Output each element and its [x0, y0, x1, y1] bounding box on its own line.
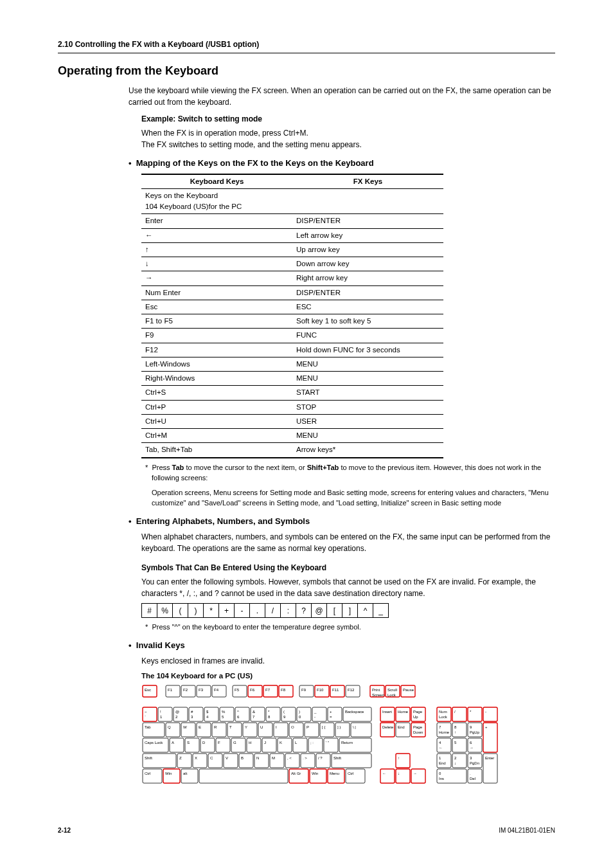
svg-text:F11: F11	[332, 688, 339, 692]
svg-text:8: 8	[268, 715, 271, 719]
svg-text:→: →	[413, 772, 417, 775]
svg-text:Ctrl: Ctrl	[348, 772, 353, 775]
svg-text:G: G	[233, 741, 236, 745]
svg-text:Num: Num	[439, 710, 447, 714]
symbol-cell: (	[173, 604, 188, 618]
svg-text:End: End	[439, 761, 446, 765]
svg-text:H: H	[249, 741, 251, 745]
svg-text:Page: Page	[413, 725, 423, 729]
svg-text:`: `	[145, 715, 146, 719]
symbol-cell: ?	[296, 604, 312, 618]
symbol-cell: _	[373, 604, 389, 618]
keymap-row0-left: Keys on the Keyboard104 Keyboard (US)for…	[141, 188, 292, 214]
keymap-left: F12	[141, 343, 292, 357]
svg-text:S: S	[187, 741, 190, 745]
invalid-heading: Invalid Keys	[129, 639, 555, 652]
symbol-cell: %	[157, 604, 173, 618]
svg-text:-: -	[314, 715, 315, 719]
svg-text:W: W	[183, 725, 187, 729]
svg-text:7: 7	[439, 725, 441, 729]
svg-text:Ins: Ins	[439, 777, 444, 781]
keymap-right: DISP/ENTER	[292, 214, 443, 228]
svg-text:←: ←	[439, 746, 443, 750]
svg-text:Tab: Tab	[145, 725, 151, 729]
svg-text:=: =	[330, 715, 332, 719]
svg-text:Enter: Enter	[485, 756, 494, 760]
svg-text:9: 9	[470, 725, 472, 729]
svg-text:Return: Return	[341, 741, 353, 745]
svg-text:V: V	[226, 756, 228, 760]
keymap-left: Ctrl+S	[141, 386, 292, 400]
svg-text:L: L	[295, 741, 298, 745]
svg-text:0: 0	[439, 772, 441, 775]
svg-text:@: @	[175, 710, 179, 714]
svg-text:F2: F2	[183, 688, 188, 692]
svg-text:5: 5	[222, 715, 224, 719]
svg-text:!: !	[160, 710, 161, 714]
svg-text:alt: alt	[183, 772, 188, 775]
svg-text:Up: Up	[413, 715, 418, 719]
svg-text:): )	[299, 710, 300, 714]
keymap-left: Enter	[141, 214, 292, 228]
svg-text:PgUp: PgUp	[470, 730, 480, 734]
svg-text:O: O	[291, 725, 294, 729]
svg-text:Caps Lock: Caps Lock	[145, 741, 163, 745]
svg-text:F12: F12	[348, 688, 355, 692]
keymap-right: DISP/ENTER	[292, 285, 443, 300]
svg-text:(: (	[283, 710, 285, 714]
entering-heading: Entering Alphabets, Numbers, and Symbols	[129, 515, 555, 528]
svg-text:4: 4	[439, 741, 441, 745]
svg-text:F7: F7	[265, 688, 271, 692]
svg-text:/  ?: / ?	[318, 756, 323, 760]
svg-text:Y: Y	[245, 725, 247, 729]
page-footer: 2-12 IM 04L21B01-01EN	[58, 826, 555, 835]
keymap-left: →	[141, 271, 292, 285]
svg-text:9: 9	[283, 715, 286, 719]
footnote1: * Press Tab to move the cursor to the ne…	[152, 462, 555, 484]
svg-text:Insert: Insert	[382, 710, 392, 714]
symbol-cell: -	[235, 604, 250, 618]
svg-text:]  }: ] }	[337, 725, 341, 729]
svg-text:[  {: [ {	[322, 725, 325, 729]
svg-text:%: %	[222, 710, 226, 714]
keymap-right: Soft key 1 to soft key 5	[292, 314, 443, 329]
svg-text:Menu: Menu	[330, 772, 339, 775]
keymap-right: MENU	[292, 372, 443, 386]
symbol-cell: *	[204, 604, 219, 618]
svg-text:Home: Home	[439, 730, 450, 734]
svg-text:Z: Z	[179, 756, 182, 760]
svg-text:↑: ↑	[398, 756, 400, 760]
svg-text:^: ^	[237, 710, 239, 714]
svg-text:.  >: . >	[303, 756, 307, 760]
svg-text:F9: F9	[301, 688, 306, 692]
svg-text:Print: Print	[372, 688, 380, 692]
keymap-right: Arrow keys*	[292, 443, 443, 458]
svg-text:F5: F5	[235, 688, 240, 692]
doc-id: IM 04L21B01-01EN	[499, 826, 555, 835]
symbol-cell: @	[312, 604, 327, 618]
example-line1: When the FX is in operation mode, press …	[141, 127, 555, 139]
symbol-cell: +	[219, 604, 235, 618]
svg-text:End: End	[398, 725, 405, 729]
entering-text: When alphabet characters, numbers, and s…	[141, 531, 555, 554]
keymap-table: Keyboard Keys FX Keys Keys on the Keyboa…	[141, 174, 443, 458]
svg-text:U: U	[260, 725, 263, 729]
svg-text:2: 2	[175, 715, 178, 719]
symbol-cell: :	[281, 604, 296, 618]
svg-text:+: +	[330, 710, 332, 714]
svg-text:8: 8	[454, 725, 457, 729]
keymap-left: F9	[141, 329, 292, 343]
svg-text:B: B	[241, 756, 244, 760]
svg-text:Del: Del	[470, 777, 475, 781]
svg-text:;  :: ; :	[310, 741, 314, 745]
svg-text:PgDn: PgDn	[470, 761, 479, 765]
svg-text:.: .	[470, 772, 471, 775]
svg-text:T: T	[229, 725, 232, 729]
keymap-head-right: FX Keys	[292, 174, 443, 189]
svg-text:0: 0	[299, 715, 301, 719]
keymap-left: ↑	[141, 242, 292, 257]
svg-text:Alt Gr: Alt Gr	[291, 772, 301, 775]
svg-text:6: 6	[237, 715, 240, 719]
svg-text:Shift: Shift	[333, 756, 341, 760]
example-line2: The FX switches to setting mode, and the…	[141, 139, 555, 150]
